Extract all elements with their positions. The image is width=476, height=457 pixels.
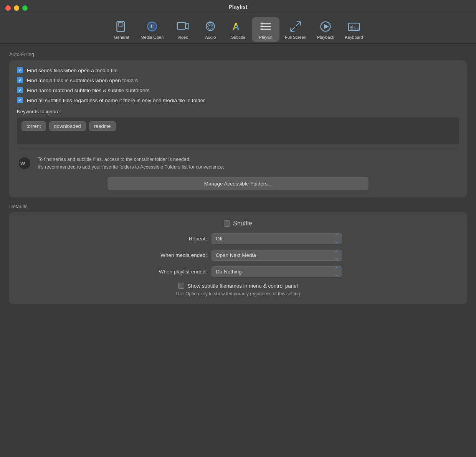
media-open-icon: i <box>145 20 159 33</box>
when-media-ended-label: When media ended: <box>134 252 207 258</box>
general-label: General <box>114 35 129 40</box>
info-line2: It's recommended to add your favorite fo… <box>38 163 224 171</box>
keyword-torrent[interactable]: torrent <box>21 121 46 131</box>
svg-marker-15 <box>324 24 329 29</box>
keyboard-icon: alt option <box>347 20 361 33</box>
when-playlist-ended-row: When playlist ended: Do Nothing Stop Qui… <box>21 266 455 277</box>
svg-rect-5 <box>177 22 185 29</box>
defaults-box: Shuffle Repeat: Off One All ⌃ ⌄ <box>9 212 467 304</box>
playlist-label: Playlist <box>259 35 273 40</box>
full-screen-icon <box>289 20 302 33</box>
when-media-ended-select[interactable]: Open Next Media Do Nothing Stop Quit <box>212 250 342 261</box>
svg-text:W: W <box>20 161 25 166</box>
repeat-label: Repeat: <box>134 236 207 242</box>
defaults-section: Defaults Shuffle Repeat: Off One All ⌃ <box>9 204 467 304</box>
main-content: Auto-Filling ✓ Find series files when op… <box>0 44 476 312</box>
find-media-label: Find media files in subfolders when open… <box>27 78 138 83</box>
subtitle-hint: Use Option key to show temporarily regar… <box>21 291 455 296</box>
when-playlist-ended-label: When playlist ended: <box>134 269 207 275</box>
keywords-section: Keywords to ignore: torrent downloaded r… <box>17 109 459 144</box>
keywords-area[interactable]: torrent downloaded readme <box>17 118 459 144</box>
keywords-label: Keywords to ignore: <box>17 109 459 114</box>
svg-rect-11 <box>261 22 263 24</box>
toolbar-item-keyboard[interactable]: alt option Keyboard <box>340 17 369 42</box>
svg-text:A: A <box>233 21 240 32</box>
subtitle-label: Subtitle <box>231 35 245 40</box>
general-icon <box>114 20 128 33</box>
playback-label: Playback <box>317 35 334 40</box>
when-playlist-ended-select[interactable]: Do Nothing Stop Quit Repeat All <box>212 266 342 277</box>
title-bar: Playlist <box>0 0 476 14</box>
svg-rect-13 <box>261 28 263 30</box>
toolbar: General i Media Open Video <box>0 14 476 44</box>
close-button[interactable] <box>5 5 11 11</box>
info-line1: To find series and subtitle files, acces… <box>38 156 224 163</box>
repeat-select-wrapper: Off One All ⌃ ⌄ <box>212 233 342 244</box>
minimize-button[interactable] <box>14 5 19 11</box>
when-media-ended-row: When media ended: Open Next Media Do Not… <box>21 250 455 261</box>
keyword-readme[interactable]: readme <box>89 121 116 131</box>
find-media-checkbox[interactable]: ✓ <box>17 77 23 83</box>
repeat-row: Repeat: Off One All ⌃ ⌄ <box>21 233 455 244</box>
subtitle-filenames-label: Show subtitle filenames in menu & contro… <box>187 283 298 289</box>
svg-rect-12 <box>261 25 263 27</box>
find-subtitle-label: Find name-matched subtitle files & subti… <box>27 88 150 93</box>
subtitle-filenames-section: Show subtitle filenames in menu & contro… <box>21 283 455 296</box>
toolbar-item-general[interactable]: General <box>107 17 135 42</box>
toolbar-item-audio[interactable]: Audio <box>197 17 224 42</box>
playback-icon <box>319 20 332 33</box>
when-media-ended-select-wrapper: Open Next Media Do Nothing Stop Quit ⌃ ⌄ <box>212 250 342 261</box>
keyboard-label: Keyboard <box>345 35 363 40</box>
auto-filling-section: ✓ Find series files when open a media fi… <box>9 60 467 197</box>
toolbar-item-playlist[interactable]: Playlist <box>252 17 279 42</box>
checkbox-row-find-series: ✓ Find series files when open a media fi… <box>17 67 459 73</box>
keyword-downloaded[interactable]: downloaded <box>49 121 86 131</box>
svg-text:i: i <box>151 24 152 29</box>
toolbar-item-media-open[interactable]: i Media Open <box>135 17 169 42</box>
auto-filling-section-label: Auto-Filling <box>9 51 467 57</box>
repeat-select[interactable]: Off One All <box>212 233 342 244</box>
shuffle-row: Shuffle <box>21 220 455 227</box>
full-screen-label: Full Screen <box>285 35 306 40</box>
toolbar-item-full-screen[interactable]: Full Screen <box>279 17 312 42</box>
media-open-label: Media Open <box>140 35 164 40</box>
video-icon <box>176 20 190 33</box>
watermark-icon: W <box>17 156 32 171</box>
toolbar-item-subtitle[interactable]: A Subtitle <box>224 17 252 42</box>
svg-point-3 <box>149 24 155 29</box>
checkbox-row-find-all-subtitle: ✓ Find all subtitle files regardless of … <box>17 97 459 103</box>
manage-accessible-folders-button[interactable]: Manage Accessible Folders... <box>107 177 369 190</box>
shuffle-label: Shuffle <box>233 220 252 227</box>
info-text: To find series and subtitle files, acces… <box>38 156 224 171</box>
svg-rect-1 <box>118 23 123 26</box>
audio-icon <box>203 20 217 33</box>
info-row: W To find series and subtitle files, acc… <box>17 150 459 171</box>
audio-label: Audio <box>205 35 216 40</box>
shuffle-checkbox[interactable] <box>224 220 230 227</box>
toolbar-item-playback[interactable]: Playback <box>312 17 340 42</box>
defaults-section-label: Defaults <box>9 204 467 209</box>
toolbar-item-video[interactable]: Video <box>169 17 197 42</box>
playlist-icon <box>259 20 273 33</box>
subtitle-filenames-checkbox[interactable] <box>178 283 184 289</box>
checkbox-row-find-subtitle: ✓ Find name-matched subtitle files & sub… <box>17 87 459 93</box>
find-all-subtitle-checkbox[interactable]: ✓ <box>17 97 23 103</box>
find-subtitle-checkbox[interactable]: ✓ <box>17 87 23 93</box>
when-playlist-ended-select-wrapper: Do Nothing Stop Quit Repeat All ⌃ ⌄ <box>212 266 342 277</box>
subtitle-check-row: Show subtitle filenames in menu & contro… <box>21 283 455 289</box>
checkbox-row-find-media: ✓ Find media files in subfolders when op… <box>17 77 459 83</box>
subtitle-icon: A <box>231 20 245 33</box>
find-series-checkbox[interactable]: ✓ <box>17 67 23 73</box>
find-all-subtitle-label: Find all subtitle files regardless of na… <box>27 98 205 103</box>
find-series-label: Find series files when open a media file <box>27 68 117 73</box>
maximize-button[interactable] <box>22 5 28 11</box>
video-label: Video <box>177 35 188 40</box>
window-controls <box>5 5 28 11</box>
window-title: Playlist <box>228 4 247 14</box>
